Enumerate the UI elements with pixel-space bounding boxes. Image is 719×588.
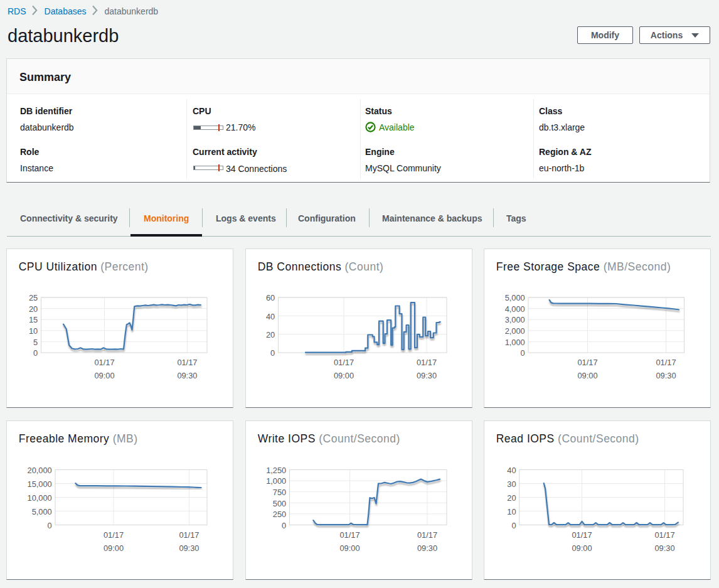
svg-text:500: 500 <box>273 499 286 508</box>
svg-text:01/17: 01/17 <box>417 358 437 367</box>
svg-text:09:30: 09:30 <box>177 371 197 380</box>
svg-text:01/17: 01/17 <box>577 358 597 367</box>
svg-text:25: 25 <box>29 293 38 302</box>
svg-text:1,000: 1,000 <box>266 476 286 486</box>
svg-text:15: 15 <box>29 315 38 324</box>
svg-text:01/17: 01/17 <box>104 530 124 540</box>
svg-text:0: 0 <box>282 521 286 530</box>
svg-text:0: 0 <box>270 348 275 358</box>
svg-text:01/17: 01/17 <box>179 530 199 540</box>
svg-text:09:00: 09:00 <box>104 543 124 553</box>
svg-text:10: 10 <box>507 507 516 516</box>
svg-text:20,000: 20,000 <box>28 466 52 475</box>
svg-text:750: 750 <box>273 488 286 497</box>
svg-text:0: 0 <box>48 521 52 530</box>
svg-text:01/17: 01/17 <box>334 358 354 367</box>
svg-text:09:00: 09:00 <box>94 371 114 380</box>
svg-text:0: 0 <box>521 348 525 358</box>
svg-text:20: 20 <box>29 304 38 314</box>
svg-text:0: 0 <box>33 348 38 358</box>
svg-text:09:00: 09:00 <box>572 543 592 553</box>
svg-text:30: 30 <box>507 479 516 489</box>
svg-text:01/17: 01/17 <box>339 530 360 540</box>
svg-text:4,000: 4,000 <box>505 304 525 314</box>
svg-text:09:30: 09:30 <box>179 543 199 553</box>
svg-text:09:00: 09:00 <box>577 371 597 380</box>
svg-text:01/17: 01/17 <box>654 530 674 540</box>
svg-text:5,000: 5,000 <box>505 293 525 302</box>
svg-text:01/17: 01/17 <box>94 358 114 367</box>
svg-text:01/17: 01/17 <box>656 358 676 367</box>
svg-text:250: 250 <box>273 510 286 519</box>
svg-text:20: 20 <box>507 493 516 503</box>
svg-text:3,000: 3,000 <box>505 315 525 324</box>
svg-text:10,000: 10,000 <box>28 493 52 503</box>
svg-text:20: 20 <box>266 330 275 339</box>
svg-text:60: 60 <box>266 293 275 302</box>
svg-text:40: 40 <box>266 312 275 321</box>
svg-text:01/17: 01/17 <box>572 530 592 540</box>
svg-text:40: 40 <box>507 466 516 475</box>
svg-text:09:30: 09:30 <box>656 371 676 380</box>
svg-text:09:30: 09:30 <box>654 543 674 553</box>
svg-text:15,000: 15,000 <box>28 479 52 489</box>
svg-text:1,000: 1,000 <box>505 338 525 347</box>
svg-text:09:30: 09:30 <box>417 543 437 553</box>
svg-text:5,000: 5,000 <box>32 507 52 516</box>
svg-text:1,250: 1,250 <box>266 466 286 475</box>
svg-text:09:00: 09:00 <box>334 371 354 380</box>
svg-text:01/17: 01/17 <box>417 530 437 540</box>
svg-text:0: 0 <box>511 521 516 530</box>
svg-text:10: 10 <box>29 326 38 336</box>
svg-text:09:30: 09:30 <box>417 371 437 380</box>
svg-text:01/17: 01/17 <box>177 358 197 367</box>
svg-text:2,000: 2,000 <box>505 326 525 336</box>
svg-text:5: 5 <box>33 338 38 347</box>
svg-text:09:00: 09:00 <box>339 543 360 553</box>
